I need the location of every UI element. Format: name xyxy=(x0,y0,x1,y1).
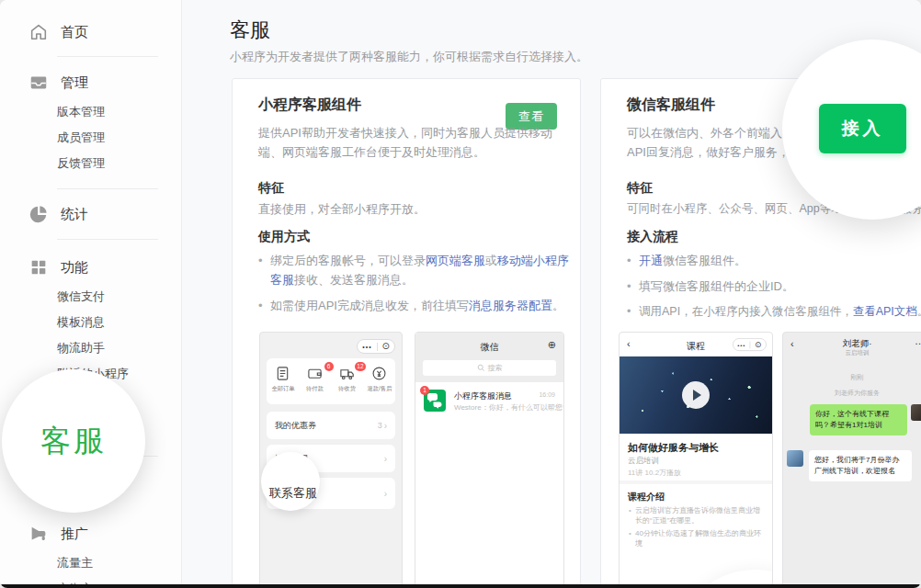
wechat-miniprogram-console: 首页 管理 版本管理 成员管理 反馈管理 统计 功能 微信支付 模板消息 物流助… xyxy=(0,0,921,588)
miniprogram-capsule: ••• ⊙ xyxy=(733,338,767,351)
mockup-wechat-chatlist: 微信 ⊕ 搜索 1 小程序客服消息 16:09 Westore：你好，有什么可以… xyxy=(415,332,564,588)
sidebar-item-statistics[interactable]: 统计 xyxy=(0,201,181,227)
sidebar-item-version-manage[interactable]: 版本管理 xyxy=(0,99,181,125)
sidebar-item-features[interactable]: 功能 xyxy=(0,254,181,280)
sidebar: 首页 管理 版本管理 成员管理 反馈管理 统计 功能 微信支付 模板消息 物流助… xyxy=(0,0,182,588)
usage-list: 绑定后的客服帐号，可以登录网页端客服或移动端小程序客服接收、发送客服消息。 如需… xyxy=(258,251,569,322)
shortcut-to-receive: 12 待收货 xyxy=(334,366,361,393)
mockup-service-chat: ‹ 刘老师· 云启培训 … 刚刚 刘老师为你服务 你好，这个有线下课程吗？希望有… xyxy=(782,332,921,588)
page-title: 客服 xyxy=(230,17,270,44)
connect-button[interactable]: 接入 xyxy=(819,104,906,153)
window-bottom-edge xyxy=(0,584,921,588)
sidebar-item-home[interactable]: 首页 xyxy=(0,19,181,45)
usage-heading: 使用方式 xyxy=(258,229,310,245)
intro-point: 云启培训官方直播告诉你微信里商业增长的“正道”在哪里。 xyxy=(628,505,765,526)
card-description: 提供API帮助开发者快速接入，同时为客服人员提供移动端、网页端客服工作台便于及时… xyxy=(258,123,565,162)
open-wechat-cs-link[interactable]: 开通 xyxy=(639,254,663,267)
contact-service-label: 联系客服 xyxy=(269,485,317,502)
chat-contact-org: 云启培训 xyxy=(783,349,921,357)
spotlight-circle-customer-service[interactable]: 客服 xyxy=(2,369,145,513)
intro-heading: 课程介绍 xyxy=(628,491,665,503)
feature-heading: 特征 xyxy=(627,180,653,197)
grid-icon xyxy=(28,257,49,277)
truck-icon xyxy=(339,366,355,381)
video-org: 云启培训 xyxy=(628,456,659,467)
sidebar-item-logistics[interactable]: 物流助手 xyxy=(0,335,181,361)
flow-step: 开通微信客服组件。 xyxy=(627,251,921,270)
list-item-coupons: 我的优惠券 3 xyxy=(267,412,395,439)
video-meta: 11讲 10.2万播放 xyxy=(628,468,681,478)
sidebar-item-label: 统计 xyxy=(61,206,88,223)
shortcut-all-orders: 全部订单 xyxy=(269,366,297,393)
sidebar-item-label: 管理 xyxy=(61,74,88,92)
shortcut-refund: 退款/售后 xyxy=(366,366,393,393)
badge: 12 xyxy=(355,362,365,371)
more-dots-icon: ••• xyxy=(358,344,376,350)
more-dots-icon: ••• xyxy=(733,342,750,347)
unread-badge: 1 xyxy=(420,386,429,395)
badge: 6 xyxy=(324,362,334,371)
divider xyxy=(620,481,772,484)
flow-heading: 接入流程 xyxy=(627,229,678,245)
mockup-orders-screen: ••• ⊙ 全部订单 6 待付款 12 xyxy=(259,332,403,588)
usage-item: 如需使用API完成消息收发，前往填写消息服务器配置。 xyxy=(258,296,569,315)
more-icon: … xyxy=(915,335,921,346)
shortcut-to-pay: 6 待付款 xyxy=(301,366,329,393)
intro-point: 40分钟让你迅速了解微信生态的商业环境 xyxy=(628,528,765,548)
incoming-message-bubble: 您好，我们将于7月份举办广州线下培训，欢迎报名 xyxy=(809,450,912,481)
mockup-course-screen: ‹ 课程 ••• ⊙ 如何做好服务与增长 云启培训 11讲 10.2万播放 课程… xyxy=(619,332,773,588)
api-doc-link[interactable]: 查看API文档 xyxy=(853,305,917,318)
chatlist-header: 微信 ⊕ 搜索 xyxy=(415,333,563,382)
flow-step: 填写微信客服组件的企业ID。 xyxy=(627,277,921,296)
chat-title: 小程序客服消息 xyxy=(454,390,512,402)
sidebar-item-traffic-owner[interactable]: 流量主 xyxy=(0,550,181,576)
divider xyxy=(57,188,158,189)
search-bar: 搜索 xyxy=(423,360,556,376)
chat-timestamp: 刚刚 xyxy=(783,373,921,382)
sidebar-item-label: 功能 xyxy=(61,259,88,277)
chevron-right-icon xyxy=(384,489,387,499)
sidebar-item-wechat-pay[interactable]: 微信支付 xyxy=(0,284,181,310)
message-server-config-link[interactable]: 消息服务器配置 xyxy=(469,299,552,312)
card-title: 微信客服组件 xyxy=(627,96,715,115)
inbox-icon xyxy=(28,73,49,93)
card-miniprogram-customer-service: 小程序客服组件 查看 提供API帮助开发者快速接入，同时为客服人员提供移动端、网… xyxy=(232,78,581,588)
flow-step: 调用API，在小程序内接入微信客服组件，查看API文档。 xyxy=(627,302,921,322)
sidebar-item-template-message[interactable]: 模板消息 xyxy=(0,310,181,335)
avatar-teacher xyxy=(787,450,803,467)
card-wechat-customer-service: 微信客服组件 可以在微信内、外各个前端入口接 API回复消息，做好客户服务，了 … xyxy=(600,78,921,588)
video-title: 如何做好服务与增长 xyxy=(628,441,719,455)
plus-icon: ⊕ xyxy=(548,339,556,351)
pie-chart-icon xyxy=(28,204,49,224)
sidebar-item-promotion[interactable]: 推广 xyxy=(0,521,181,547)
video-thumbnail xyxy=(620,356,772,434)
feature-text: 直接使用，对全部小程序开放。 xyxy=(258,201,426,218)
chat-time: 16:09 xyxy=(539,391,555,398)
chat-list-item: 1 小程序客服消息 16:09 Westore：你好，有什么可以帮您? xyxy=(415,390,563,423)
web-customer-service-link[interactable]: 网页端客服 xyxy=(426,254,485,267)
play-icon xyxy=(682,381,710,409)
chat-system-message: 刘老师为你服务 xyxy=(783,389,921,398)
sidebar-item-manage[interactable]: 管理 xyxy=(0,70,181,96)
chatlist-title: 微信 xyxy=(415,341,563,354)
order-list-icon xyxy=(275,366,290,381)
sidebar-item-member-manage[interactable]: 成员管理 xyxy=(0,125,181,151)
divider xyxy=(57,56,158,57)
usage-item: 绑定后的客服帐号，可以登录网页端客服或移动端小程序客服接收、发送客服消息。 xyxy=(258,251,569,289)
sidebar-item-label: 推广 xyxy=(61,526,88,543)
flow-list: 开通微信客服组件。 填写微信客服组件的企业ID。 调用API，在小程序内接入微信… xyxy=(627,251,921,328)
chevron-right-icon xyxy=(384,454,387,464)
refund-icon xyxy=(371,366,387,381)
sidebar-item-label: 首页 xyxy=(61,24,88,41)
miniprogram-capsule: ••• ⊙ xyxy=(357,339,395,354)
outgoing-message-bubble: 你好，这个有线下课程吗？希望有1对1培训 xyxy=(810,404,907,435)
capsule-target-icon: ⊙ xyxy=(751,341,766,349)
chat-preview: Westore：你好，有什么可以帮您? xyxy=(454,402,564,413)
card-title: 小程序客服组件 xyxy=(258,96,361,115)
wallet-icon xyxy=(307,366,323,381)
sidebar-item-feedback-manage[interactable]: 反馈管理 xyxy=(0,151,181,176)
page-subtitle: 小程序为开发者提供了两种客服能力，你可根据需求自行选择接入。 xyxy=(230,49,588,65)
main-content: 客服 小程序为开发者提供了两种客服能力，你可根据需求自行选择接入。 小程序客服组… xyxy=(182,0,921,588)
spotlight-circle-contact-service xyxy=(261,452,320,511)
capsule-target-icon: ⊙ xyxy=(378,342,394,351)
